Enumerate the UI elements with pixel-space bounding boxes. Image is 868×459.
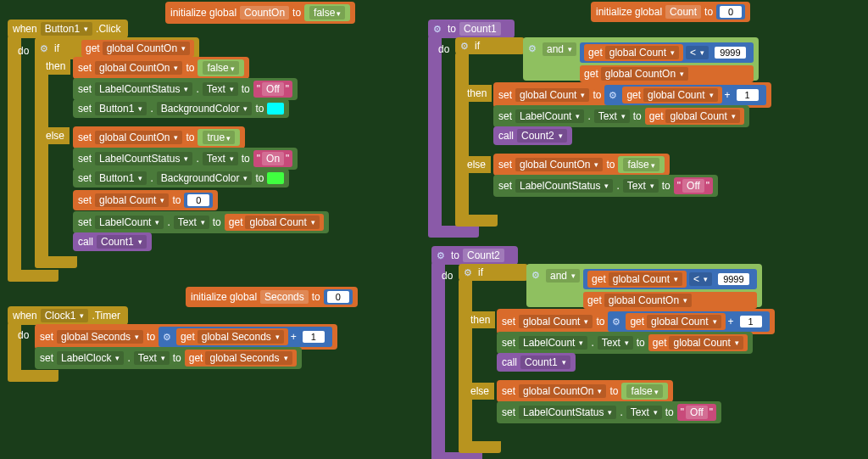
varname[interactable]: Seconds bbox=[260, 290, 309, 304]
num-val[interactable]: 1 bbox=[303, 331, 325, 343]
prop-dd[interactable]: Text bbox=[594, 109, 630, 123]
comp-dd[interactable]: LabelCountStatus bbox=[515, 179, 613, 193]
var-dd[interactable]: global Count bbox=[515, 88, 589, 102]
comp-dd[interactable]: LabelClock bbox=[57, 351, 124, 365]
op-dd[interactable]: < bbox=[689, 272, 712, 286]
var-dd[interactable]: global CountOn bbox=[95, 131, 182, 144]
num-0[interactable]: 0 bbox=[716, 4, 745, 20]
set-btn1-bg-cyan[interactable]: set Button1 . BackgroundColor to bbox=[73, 99, 289, 118]
num-0[interactable]: 0 bbox=[184, 193, 213, 208]
num-val[interactable]: 9999 bbox=[715, 47, 745, 59]
math-plus[interactable]: get global Count + 1 bbox=[608, 311, 769, 332]
proc-dd[interactable]: Count2 bbox=[517, 129, 567, 143]
when-button1-click-header[interactable]: when Button1 .Click bbox=[8, 20, 128, 38]
prop-dd[interactable]: Text bbox=[134, 351, 170, 365]
get-counton[interactable]: get global CountOn bbox=[81, 40, 194, 57]
set-counton-false[interactable]: set global CountOn to false bbox=[497, 380, 673, 402]
compare-lt[interactable]: get global Count < 9999 bbox=[580, 42, 754, 63]
str-val[interactable]: On bbox=[262, 152, 284, 165]
bool-val[interactable]: false bbox=[203, 61, 238, 75]
prop-dd[interactable]: Text bbox=[626, 406, 662, 419]
bool-val[interactable]: false bbox=[309, 6, 345, 20]
set-lcs-text-on[interactable]: set LabelCountStatus . Text to "On" bbox=[73, 148, 298, 170]
call-count2[interactable]: call Count2 bbox=[493, 126, 572, 145]
num-val[interactable]: 1 bbox=[740, 316, 762, 327]
bool-true[interactable]: true bbox=[198, 129, 240, 146]
bool-false[interactable]: false bbox=[618, 156, 664, 173]
comp-dd[interactable]: LabelCountStatus bbox=[519, 406, 616, 419]
bool-false[interactable]: false bbox=[198, 59, 243, 76]
and-block[interactable]: and get global Count < 9999 get global C… bbox=[526, 264, 762, 307]
comp-dd[interactable]: LabelCount bbox=[515, 109, 584, 123]
get-count[interactable]: get global Count bbox=[626, 313, 725, 330]
op-dd[interactable]: < bbox=[686, 46, 709, 59]
set-counton-true[interactable]: set global CountOn to true bbox=[73, 126, 245, 148]
str-on[interactable]: "On" bbox=[253, 150, 293, 167]
var-dd[interactable]: global CountOn bbox=[601, 67, 688, 81]
prop-dd[interactable]: Text bbox=[598, 336, 633, 350]
call-count1[interactable]: call Count1 bbox=[497, 353, 576, 372]
set-lc-text[interactable]: set LabelCount . Text to get global Coun… bbox=[493, 105, 749, 127]
str-off[interactable]: "Off" bbox=[674, 177, 713, 194]
prop-dd[interactable]: Text bbox=[623, 179, 659, 193]
and-block[interactable]: and get global Count < 9999 get global C… bbox=[523, 37, 759, 81]
prop-dd[interactable]: Text bbox=[174, 216, 209, 229]
comp-dd[interactable]: Button1 bbox=[95, 102, 147, 115]
bool-val[interactable]: false bbox=[623, 158, 659, 171]
get-seconds[interactable]: get global Seconds bbox=[185, 350, 297, 367]
var-dd[interactable]: global Count bbox=[519, 315, 593, 328]
gear-icon[interactable] bbox=[464, 266, 475, 278]
color-swatch[interactable] bbox=[267, 172, 284, 184]
get-count[interactable]: get global Count bbox=[622, 87, 721, 104]
set-counton-false[interactable]: set global CountOn to false bbox=[73, 57, 249, 79]
init-count[interactable]: initialize global Count to 0 bbox=[591, 2, 750, 22]
count2-if-header[interactable]: if bbox=[459, 264, 528, 281]
gear-icon[interactable] bbox=[163, 331, 174, 343]
str-val[interactable]: Off bbox=[686, 406, 708, 419]
str-off[interactable]: "Off" bbox=[677, 404, 716, 421]
var-dd[interactable]: global Count bbox=[643, 88, 717, 102]
var-dd[interactable]: global Count bbox=[605, 46, 679, 59]
str-val[interactable]: Off bbox=[262, 82, 284, 96]
var-dd[interactable]: global Seconds bbox=[205, 351, 292, 365]
varname[interactable]: CountOn bbox=[240, 6, 289, 20]
set-lc-text[interactable]: set LabelCount . Text to get global Coun… bbox=[73, 211, 329, 233]
count1-if-header[interactable]: if bbox=[455, 37, 525, 54]
var-dd[interactable]: global Count bbox=[609, 272, 682, 286]
set-lcs-off[interactable]: set LabelCountStatus . Text to "Off" bbox=[497, 401, 721, 423]
var-dd[interactable]: global CountOn bbox=[604, 294, 692, 307]
proc-dd[interactable]: Count1 bbox=[97, 235, 147, 249]
proc-name[interactable]: Count2 bbox=[463, 249, 504, 262]
num-val[interactable]: 0 bbox=[327, 291, 349, 303]
gear-icon[interactable] bbox=[531, 269, 542, 281]
bool-val[interactable]: false bbox=[626, 384, 662, 398]
set-count-incr[interactable]: set global Count to get global Count + 1 bbox=[497, 309, 775, 334]
comp-dd[interactable]: LabelCount bbox=[95, 216, 164, 229]
varname[interactable]: Count bbox=[665, 5, 701, 19]
var-dd[interactable]: global CountOn bbox=[519, 384, 606, 398]
bool-false[interactable]: false bbox=[304, 4, 350, 21]
init-counton[interactable]: initialize global CountOn to false bbox=[165, 2, 355, 24]
var-dd[interactable]: global Count bbox=[647, 315, 721, 328]
prop-dd[interactable]: Text bbox=[203, 82, 238, 96]
set-count-0[interactable]: set global Count to 0 bbox=[73, 190, 218, 210]
gear-icon[interactable] bbox=[609, 89, 620, 101]
var-dd[interactable]: global CountOn bbox=[515, 158, 603, 171]
var-dd[interactable]: global Count bbox=[669, 336, 743, 350]
and-dd[interactable]: and bbox=[542, 42, 576, 56]
set-lcs-text-off[interactable]: set LabelCountStatus . Text to "Off" bbox=[73, 78, 298, 100]
num-1[interactable]: 1 bbox=[733, 87, 762, 103]
comp-dd[interactable]: Clock1 bbox=[41, 309, 89, 322]
num-1[interactable]: 1 bbox=[299, 329, 328, 344]
math-plus[interactable]: get global Seconds + 1 bbox=[159, 327, 332, 347]
num-9999[interactable]: 9999 bbox=[715, 271, 752, 287]
bool-false[interactable]: false bbox=[621, 383, 667, 400]
set-count-incr[interactable]: set global Count to get global Count + 1 bbox=[493, 82, 771, 108]
var-dd[interactable]: global Count bbox=[95, 193, 169, 207]
set-lc-text[interactable]: set LabelCount . Text to get global Coun… bbox=[497, 332, 753, 354]
get-counton[interactable]: get global CountOn bbox=[580, 65, 754, 82]
var-dd[interactable]: global Count bbox=[245, 216, 319, 229]
set-lcs-off[interactable]: set LabelCountStatus . Text to "Off" bbox=[493, 175, 718, 197]
comp-dd[interactable]: LabelCountStatus bbox=[95, 82, 192, 96]
comp-dd[interactable]: Button1 bbox=[41, 22, 92, 36]
